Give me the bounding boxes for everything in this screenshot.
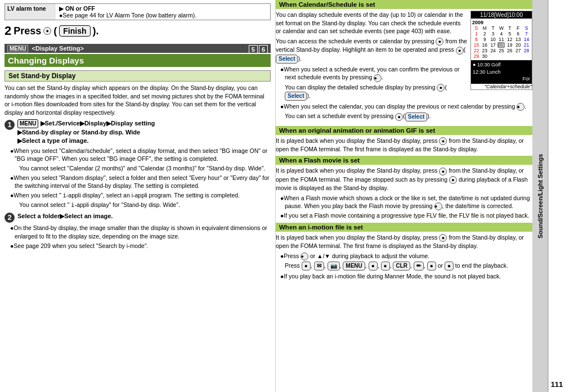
flash-bullet2: ●If you set a Flash movie containing a p…	[276, 211, 532, 220]
sidebar-label: Sound/Screen/Light Settings	[537, 154, 544, 238]
step2-block: 2 Select a folder▶Select an image. ●On t…	[5, 212, 271, 250]
menu-icon: MENU	[7, 45, 28, 52]
step1-bullet-3b: You cannot select " i-appli display" for…	[10, 201, 271, 209]
animation-body: It is played back when you display the S…	[276, 137, 532, 154]
changing-displays-header: Changing Displays	[5, 54, 271, 67]
step1-block: 1 MENU ▶Set./Service▶Display▶Display set…	[5, 119, 271, 209]
nav-btn: ●	[395, 113, 403, 121]
imotion-bullet2: ●If you play back an i-motion file durin…	[276, 272, 532, 281]
flash-section-header: When a Flash movie is set	[276, 156, 532, 165]
menu-num-5: 5	[249, 45, 258, 54]
cal-cell: 28	[523, 48, 530, 53]
step2-number: 2	[5, 24, 11, 38]
cal-cell: 18	[497, 42, 505, 48]
step2-line: 2 Select a folder▶Select an image.	[5, 212, 271, 223]
cal-cell: 27	[514, 48, 522, 53]
imotion-section-header: When an i-motion file is set	[276, 223, 532, 232]
step1-bullet-2: ●When you select "Random display", selec…	[10, 174, 271, 190]
calendar-header-text: When Calendar/Schedule is set	[279, 1, 375, 8]
key-btn: ●	[302, 262, 311, 271]
cal-cell: 26	[506, 48, 513, 53]
menu-num-6: 6	[259, 45, 268, 54]
center-key-icon: ●	[43, 27, 51, 35]
key-btn: ✏	[414, 262, 424, 271]
cal-cell: 13	[514, 37, 522, 42]
flash-bullet1: ●When a Flash movie which shows a clock …	[276, 194, 532, 211]
select-key: Select	[405, 112, 427, 121]
cal-cell: 1	[473, 31, 480, 37]
step1-text1: ▶Set./Service▶Display▶Display setting	[41, 120, 155, 127]
cal-grid: 2009 S M T W T F S 1 2	[471, 19, 532, 60]
display-setting-tag: <Display Setting>	[32, 45, 84, 52]
cal-week4: 22 23 24 25 26 27 28	[472, 48, 531, 53]
cal-cell	[506, 53, 513, 59]
cal-cell	[514, 53, 522, 59]
cal-bullet2: ●When you select the calendar, you can d…	[276, 102, 532, 111]
cal-year: 2009	[472, 20, 483, 25]
step1-line: 1 MENU ▶Set./Service▶Display▶Display set…	[5, 119, 271, 146]
cal-day-m: M	[481, 25, 488, 31]
standby-body: You can set the Stand-by display which a…	[5, 84, 271, 117]
cal-cell: 2	[481, 31, 488, 37]
calendar-section-body: 11/18[Wed]10:00 2009 S M T W T F S	[276, 11, 532, 123]
changing-displays-title: Changing Displays	[8, 56, 84, 65]
cal-event3: For	[473, 75, 530, 83]
cal-cell: 9	[481, 37, 488, 42]
finish-key: Finish	[59, 25, 90, 37]
cal-spacer	[483, 20, 531, 25]
cal-cell: 23	[481, 48, 488, 53]
cal-event2: 12:30 Lunch	[473, 69, 530, 76]
step2-bullet-2: ●See page 209 when you select "Search by…	[10, 242, 271, 250]
nav-btn: ●	[439, 168, 447, 175]
calendar-display-img: 11/18[Wed]10:00 2009 S M T W T F S	[470, 11, 532, 90]
cal-week3: 15 16 17 18 19 20 21	[472, 42, 531, 48]
nav-btn: ●	[439, 234, 447, 242]
cal-cell: 11	[497, 37, 505, 42]
step1-line1: MENU ▶Set./Service▶Display▶Display setti…	[17, 119, 155, 128]
cal-cell: 10	[490, 37, 497, 42]
cal-cell: 30	[481, 53, 488, 59]
cal-day-t1: T	[490, 25, 497, 31]
cal-cell: 7	[523, 31, 530, 37]
key-btn: 📷	[328, 262, 340, 271]
cal-cell: 6	[514, 31, 522, 37]
cal-day-s1: S	[473, 25, 480, 31]
step1-bullet-1: ●When you select "Calendar/schedule", se…	[10, 147, 271, 163]
cal-day-t2: T	[506, 25, 513, 31]
key-btn: ●	[445, 262, 454, 271]
nav-btn: ●	[434, 202, 442, 210]
key-btn: CLR	[393, 262, 410, 271]
lv-alarm-on-off: ▶ ON or OFF	[59, 5, 196, 12]
cal-cell: 14	[523, 37, 530, 42]
menu-nums: 5 6	[249, 45, 268, 54]
cal-bullet2b: You can set a schedule event by pressing…	[276, 112, 532, 121]
cal-week5: 29 30	[472, 53, 531, 59]
step2-bullets: ●On the Stand-by display, the image smal…	[10, 224, 271, 250]
cal-day-s2: S	[523, 25, 530, 31]
select-key: Select	[285, 92, 307, 101]
cal-caption: "Calendar+schedule"	[471, 84, 532, 89]
step2-content: Select a folder▶Select an image.	[17, 212, 113, 220]
imotion-bullet1: ●Press ● or ▲/▼ during playback to adjus…	[276, 252, 532, 260]
cal-header-row: S M T W T F S	[472, 25, 531, 31]
animation-header-text: When an original animation or animation …	[279, 127, 435, 134]
cal-cell: 17	[490, 42, 497, 48]
step1-num: 1	[5, 119, 15, 130]
cal-year-row: 2009	[472, 20, 531, 25]
flash-header-text: When a Flash movie is set	[279, 157, 360, 164]
page-number-area: 111	[548, 0, 565, 392]
standby-header: Set Stand-by Display	[5, 70, 271, 82]
cal-cell: 20	[514, 42, 522, 48]
flash-body: It is played back when you display the S…	[276, 166, 532, 192]
step1-line2: ▶Stand-by display or Stand-by disp. Wide	[17, 128, 155, 137]
calendar-section-header: When Calendar/Schedule is set	[276, 0, 532, 9]
cal-cell: 22	[473, 48, 480, 53]
menu-icon-inline: MENU	[17, 119, 38, 128]
cal-cell: 15	[473, 42, 480, 48]
cal-cell	[523, 53, 530, 59]
step2-num: 2	[5, 212, 15, 223]
cal-cell: 4	[497, 31, 505, 37]
nav-btn: ●	[374, 74, 382, 82]
step1-bullet-1b: You cannot select "Calendar (2 months)" …	[10, 164, 271, 173]
lv-alarm-content: ▶ ON or OFF ●See page 44 for LV Alarm To…	[56, 4, 200, 20]
